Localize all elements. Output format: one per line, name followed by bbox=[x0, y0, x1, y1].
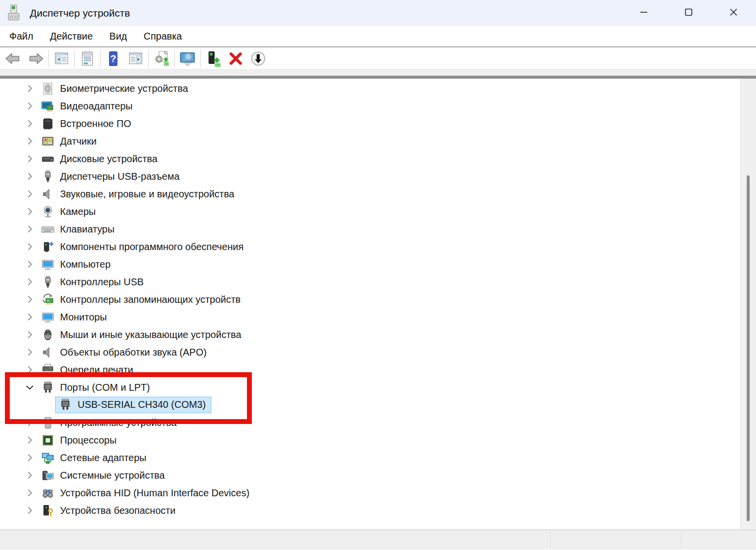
serial-port-icon bbox=[41, 381, 55, 394]
tree-item-sensors[interactable]: Датчики bbox=[0, 132, 756, 150]
forward-button[interactable] bbox=[24, 49, 47, 68]
chevron-right-icon[interactable] bbox=[24, 364, 35, 375]
tree-item-usb-connector-managers[interactable]: Диспетчеры USB-разъема bbox=[0, 168, 756, 185]
chevron-right-icon[interactable] bbox=[24, 153, 35, 164]
tree-item-display-adapters[interactable]: Видеоадаптеры bbox=[0, 97, 756, 115]
help-button[interactable]: ? bbox=[102, 49, 124, 68]
tree-item-label: Очереди печати bbox=[60, 364, 133, 376]
chevron-right-icon[interactable] bbox=[24, 312, 35, 322]
chevron-right-icon[interactable] bbox=[24, 83, 35, 94]
tree-item-usb-controllers[interactable]: Контроллеры USB bbox=[0, 273, 756, 291]
tree-item-storage-controllers[interactable]: Контроллеры запоминающих устройств bbox=[0, 291, 756, 308]
tree-item-label: Компьютер bbox=[60, 259, 111, 270]
tree-item-label: Датчики bbox=[60, 136, 97, 147]
update-device-driver-button[interactable] bbox=[202, 49, 225, 68]
chevron-right-icon[interactable] bbox=[24, 101, 35, 111]
toolbar-separator bbox=[174, 50, 175, 67]
menu-view[interactable]: Вид bbox=[101, 26, 135, 46]
software-device-icon bbox=[41, 416, 55, 429]
chevron-right-icon[interactable] bbox=[24, 329, 35, 340]
update-driver-button[interactable] bbox=[150, 49, 173, 68]
chevron-right-icon[interactable] bbox=[24, 259, 35, 270]
tree-item-processors[interactable]: Процессоры bbox=[0, 431, 756, 449]
processor-icon bbox=[41, 434, 55, 447]
usb-plug-icon bbox=[41, 170, 55, 183]
show-console-tree-button[interactable] bbox=[50, 49, 73, 68]
chevron-right-icon[interactable] bbox=[24, 276, 35, 287]
chevron-right-icon[interactable] bbox=[24, 505, 35, 516]
scrollbar-thumb[interactable] bbox=[747, 175, 750, 521]
chevron-right-icon[interactable] bbox=[24, 294, 35, 305]
tree-item-label: USB-SERIAL CH340 (COM3) bbox=[78, 399, 206, 410]
tree-item-security-devices[interactable]: Устройства безопасности bbox=[0, 502, 756, 519]
tree-item-label: Устройства HID (Human Interface Devices) bbox=[60, 487, 249, 499]
tree-item-audio-processing-objects[interactable]: Объекты обработки звука (APO) bbox=[0, 343, 756, 361]
minimize-button[interactable] bbox=[621, 0, 666, 26]
chevron-right-icon[interactable] bbox=[24, 241, 35, 252]
chevron-right-icon[interactable] bbox=[24, 224, 35, 234]
chevron-right-icon[interactable] bbox=[24, 189, 35, 199]
tree-item-system-devices[interactable]: Системные устройства bbox=[0, 466, 756, 484]
tree-item-firmware[interactable]: Встроенное ПО bbox=[0, 115, 756, 132]
window-title: Диспетчер устройств bbox=[30, 7, 130, 19]
tree-item-network-adapters[interactable]: Сетевые адаптеры bbox=[0, 449, 756, 466]
disable-device-button[interactable] bbox=[247, 49, 269, 68]
toolbar: ? bbox=[0, 47, 756, 70]
chevron-right-icon[interactable] bbox=[24, 171, 35, 182]
storage-controller-icon bbox=[41, 293, 55, 306]
statusbar-divider bbox=[550, 532, 551, 549]
chevron-right-icon[interactable] bbox=[24, 417, 35, 428]
tree-item-biometric-devices[interactable]: Биометрические устройства bbox=[0, 80, 756, 97]
vertical-scrollbar[interactable] bbox=[740, 79, 756, 529]
chevron-right-icon[interactable] bbox=[24, 136, 35, 147]
show-action-pane-button[interactable] bbox=[124, 49, 147, 68]
maximize-button[interactable] bbox=[666, 0, 711, 26]
usb-plug-icon bbox=[41, 275, 55, 289]
disable-device-icon bbox=[250, 50, 266, 67]
console-tree-icon bbox=[53, 50, 70, 67]
tree-item-software-devices[interactable]: Программные устройства bbox=[0, 414, 756, 431]
tree-item-software-components[interactable]: Компоненты программного обеспечения bbox=[0, 238, 756, 255]
menu-help[interactable]: Справка bbox=[135, 26, 190, 46]
title-bar: Диспетчер устройств bbox=[0, 0, 756, 26]
tree-item-label: Камеры bbox=[60, 206, 96, 217]
close-button[interactable] bbox=[711, 0, 756, 26]
firmware-chip-icon bbox=[41, 117, 55, 130]
chevron-right-icon[interactable] bbox=[24, 470, 35, 481]
tree-item-sound-video-game[interactable]: Звуковые, игровые и видеоустройства bbox=[0, 185, 756, 203]
tree-item-mice[interactable]: Мыши и иные указывающие устройства bbox=[0, 326, 756, 343]
chevron-right-icon[interactable] bbox=[24, 118, 35, 129]
tree-item-disk-drives[interactable]: Дисковые устройства bbox=[0, 150, 756, 168]
chevron-right-icon[interactable] bbox=[24, 452, 35, 463]
chevron-down-icon[interactable] bbox=[24, 382, 35, 393]
tree-item-ports-com-lpt[interactable]: Порты (COM и LPT) bbox=[0, 379, 756, 396]
tree-item-hid-devices[interactable]: Устройства HID (Human Interface Devices) bbox=[0, 484, 756, 502]
selected-tree-item[interactable]: USB-SERIAL CH340 (COM3) bbox=[55, 397, 211, 413]
tree-item-label: Контроллеры USB bbox=[60, 276, 143, 288]
menu-action[interactable]: Действие bbox=[41, 26, 101, 46]
scan-hardware-changes-button[interactable] bbox=[176, 49, 199, 68]
maximize-icon bbox=[683, 7, 694, 20]
tree-item-monitors[interactable]: Мониторы bbox=[0, 308, 756, 326]
tree-item-print-queues[interactable]: Очереди печати bbox=[0, 361, 756, 379]
tree-item-label: Встроенное ПО bbox=[60, 118, 131, 129]
back-button[interactable] bbox=[2, 49, 24, 68]
toolbar-separator bbox=[74, 50, 75, 67]
toolbar-separator bbox=[48, 50, 49, 67]
tree-item-label: Процессоры bbox=[60, 435, 117, 446]
tree-item-label: Контроллеры запоминающих устройств bbox=[60, 294, 241, 305]
chevron-right-icon[interactable] bbox=[24, 487, 35, 498]
tree-item-cameras[interactable]: Камеры bbox=[0, 203, 756, 220]
menu-file[interactable]: Файл bbox=[1, 26, 41, 46]
printer-icon bbox=[41, 363, 55, 377]
chevron-right-icon[interactable] bbox=[24, 435, 35, 445]
properties-button[interactable] bbox=[76, 49, 99, 68]
uninstall-device-button[interactable] bbox=[225, 49, 247, 68]
chevron-right-icon[interactable] bbox=[24, 347, 35, 358]
chevron-right-icon[interactable] bbox=[24, 206, 35, 217]
tree-item-label: Мониторы bbox=[60, 312, 107, 323]
tree-item-computer[interactable]: Компьютер bbox=[0, 255, 756, 273]
tree-item-label: Устройства безопасности bbox=[60, 505, 176, 516]
tree-item-usb-serial-ch340-com3[interactable]: USB-SERIAL CH340 (COM3) bbox=[0, 396, 756, 414]
tree-item-keyboards[interactable]: Клавиатуры bbox=[0, 220, 756, 238]
